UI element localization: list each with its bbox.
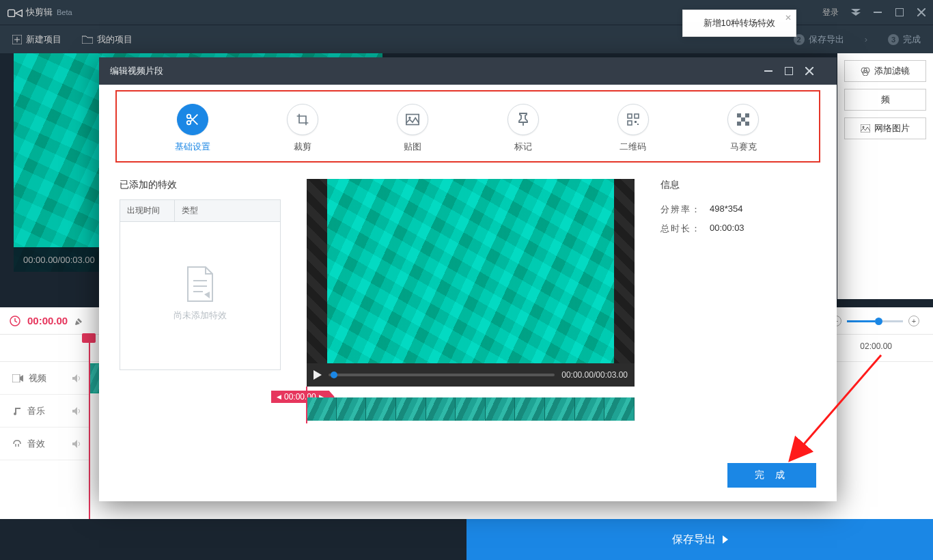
my-projects-label: 我的项目 [97, 33, 133, 46]
resolution-label: 分辨率： [660, 204, 710, 216]
svg-rect-25 [745, 122, 749, 126]
music-icon [12, 406, 22, 416]
svg-rect-21 [737, 113, 741, 117]
music-track-label: 音乐 [0, 395, 89, 428]
play-button[interactable] [314, 370, 322, 380]
dialog-minimize-icon[interactable] [764, 67, 785, 75]
export-button[interactable]: 保存导出 [466, 519, 933, 560]
done-button[interactable]: 完 成 [727, 463, 816, 488]
svg-rect-17 [635, 114, 639, 118]
svg-rect-20 [637, 124, 639, 125]
step-2[interactable]: 2保存导出 [794, 33, 844, 46]
beta-label: Beta [57, 8, 72, 16]
svg-rect-22 [745, 113, 749, 117]
zoom-slider[interactable]: − + [831, 313, 919, 329]
ruler-tick: 02:00.00 [860, 341, 892, 351]
svg-rect-23 [741, 117, 745, 122]
pin-icon [507, 104, 539, 135]
app-logo: ▢◁ 快剪辑 Beta [7, 6, 72, 18]
svg-rect-9 [12, 374, 20, 382]
effects-table: 出现时间 类型 尚未添加特效 [120, 199, 281, 370]
svg-rect-11 [785, 67, 793, 75]
playhead-line [89, 335, 90, 519]
effects-empty-state: 尚未添加特效 [120, 222, 280, 365]
bottom-bar: 保存导出 [0, 519, 933, 560]
scissors-icon [177, 104, 208, 135]
tooltip-close-icon[interactable]: ✕ [785, 13, 792, 23]
pencil-icon[interactable] [74, 317, 83, 325]
qrcode-icon [617, 104, 649, 135]
tool-tabs-highlight: 基础设置 裁剪 贴图 标记 [115, 90, 820, 163]
chevron-right-icon [723, 535, 728, 544]
col-type: 类型 [175, 200, 205, 221]
dialog-title: 编辑视频片段 [110, 65, 163, 77]
svg-rect-10 [764, 70, 772, 72]
svg-rect-0 [874, 12, 882, 13]
col-appear-time: 出现时间 [120, 200, 175, 221]
mosaic-icon [727, 104, 759, 135]
image-icon [397, 104, 428, 135]
dialog-titlebar: 编辑视频片段 [99, 57, 837, 85]
preview-time: 00:00.00/00:03.00 [561, 370, 628, 380]
tooltip-text: 新增10种转场特效 [704, 18, 775, 28]
clip-preview-panel: 00:00.00/00:03.00 ◀ 00:00.00 ▶ [307, 179, 635, 447]
video-track-label: 视频 [0, 362, 89, 395]
minimize-icon[interactable] [873, 8, 882, 17]
mute-icon[interactable] [72, 440, 82, 448]
tab-mark[interactable]: 标记 [489, 104, 557, 153]
svg-point-15 [408, 117, 410, 119]
tab-qrcode[interactable]: 二维码 [599, 104, 667, 153]
tab-sticker[interactable]: 贴图 [378, 104, 447, 153]
dialog-maximize-icon[interactable] [785, 67, 805, 75]
logo-icon: ▢◁ [7, 7, 22, 18]
close-icon[interactable] [917, 8, 926, 17]
login-link[interactable]: 登录 [822, 7, 839, 18]
svg-rect-18 [628, 121, 632, 125]
step-3[interactable]: 3完成 [888, 33, 921, 46]
tab-mosaic[interactable]: 马赛克 [709, 104, 777, 153]
strip-playhead[interactable] [306, 387, 307, 423]
tab-crop[interactable]: 裁剪 [268, 104, 337, 153]
new-project-button[interactable]: 新建项目 [12, 33, 61, 46]
svg-rect-1 [895, 8, 904, 16]
document-icon [185, 266, 215, 303]
mute-icon[interactable] [72, 407, 82, 415]
mute-icon[interactable] [72, 374, 82, 382]
app-name: 快剪辑 [26, 6, 53, 18]
svg-rect-24 [737, 122, 741, 126]
freq-button[interactable]: 频 [844, 89, 926, 111]
my-projects-button[interactable]: 我的项目 [82, 33, 133, 46]
menu-icon[interactable] [851, 8, 861, 17]
tab-basic-settings[interactable]: 基础设置 [158, 104, 227, 153]
net-image-button[interactable]: 网络图片 [844, 117, 926, 139]
new-project-label: 新建项目 [26, 33, 61, 46]
thumbnail-strip[interactable] [307, 397, 635, 421]
clip-preview [307, 179, 635, 363]
sfx-icon [12, 439, 22, 449]
chevron-right-icon: › [865, 34, 867, 44]
dialog-close-icon[interactable] [805, 67, 826, 75]
add-filter-button[interactable]: 添加滤镜 [844, 60, 926, 82]
clip-info-panel: 信息 分辨率： 498*354 总时长： 00:00:03 [660, 179, 816, 447]
preview-controls: 00:00.00/00:03.00 [307, 363, 635, 387]
flag-left-icon: ◀ [277, 393, 281, 400]
zoom-in-button[interactable]: + [908, 316, 919, 326]
svg-rect-16 [628, 114, 632, 118]
effects-list-panel: 已添加的特效 出现时间 类型 尚未添加特效 [120, 179, 281, 447]
maximize-icon[interactable] [895, 8, 904, 17]
preview-seek-slider[interactable] [329, 374, 555, 376]
duration-label: 总时长： [660, 223, 710, 235]
video-icon [12, 374, 23, 382]
duration-value: 00:00:03 [710, 223, 744, 235]
timeline-current-time: 00:00.00 [27, 315, 68, 326]
svg-rect-19 [635, 121, 637, 123]
sfx-track-label: 音效 [0, 428, 89, 460]
resolution-value: 498*354 [710, 204, 742, 216]
side-panel: 添加滤镜 频 网络图片 [837, 53, 933, 299]
crop-icon [287, 104, 318, 135]
clock-icon [10, 316, 20, 326]
info-heading: 信息 [660, 179, 816, 191]
effects-heading: 已添加的特效 [120, 179, 281, 191]
transitions-tooltip: ✕ 新增10种转场特效 [682, 10, 796, 37]
svg-point-7 [863, 126, 865, 128]
